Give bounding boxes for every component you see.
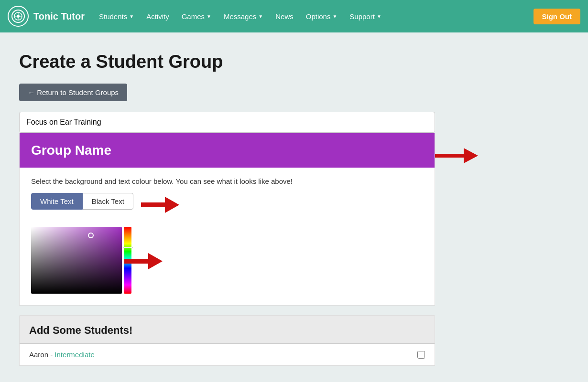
chevron-down-icon: ▼ [207,14,211,19]
navbar: Tonic Tutor Students ▼ Activity Games ▼ … [0,0,588,32]
nav-item-options[interactable]: Options ▼ [300,9,343,24]
sign-out-button[interactable]: Sign Out [534,9,581,24]
logo-text: Tonic Tutor [33,11,85,22]
color-gradient-panel[interactable] [31,227,122,294]
color-instruction: Select the background and text colour be… [31,177,423,185]
main-content: Create a Student Group ← Return to Stude… [0,32,459,382]
black-text-arrow [141,197,179,215]
black-text-button[interactable]: Black Text [83,193,133,210]
svg-marker-7 [435,148,478,163]
preview-group-name: Group Name [31,143,111,158]
preview-body: Select the background and text colour be… [20,168,435,305]
nav-item-news[interactable]: News [270,9,299,24]
svg-marker-6 [124,253,163,269]
nav-item-games[interactable]: Games ▼ [176,9,217,24]
text-color-buttons: White Text Black Text [31,193,133,210]
student-checkbox[interactable] [417,351,425,359]
chevron-down-icon: ▼ [332,14,337,19]
svg-marker-5 [141,197,179,213]
preview-header-arrow [435,147,478,166]
preview-card: Group Name Select the background and tex… [19,133,435,306]
logo-icon [8,6,29,27]
table-row: Aaron - Intermediate [20,344,435,366]
add-students-section: Add Some Students! Aaron - Intermediate [19,315,435,366]
page-title: Create a Student Group [19,52,440,72]
hue-indicator [123,247,132,248]
chevron-down-icon: ▼ [129,14,134,19]
nav-item-students[interactable]: Students ▼ [93,9,140,24]
nav-items: Students ▼ Activity Games ▼ Messages ▼ N… [93,9,533,24]
nav-item-activity[interactable]: Activity [141,9,175,24]
color-picker-arrow [124,253,163,271]
chevron-down-icon: ▼ [377,14,381,19]
student-level[interactable]: Intermediate [54,350,94,359]
nav-logo[interactable]: Tonic Tutor [8,6,85,27]
student-name: Aaron - Intermediate [29,350,95,359]
add-students-header: Add Some Students! [20,316,435,344]
nav-item-messages[interactable]: Messages ▼ [218,9,269,24]
chevron-down-icon: ▼ [258,14,263,19]
color-picker [31,227,423,294]
white-text-button[interactable]: White Text [31,193,83,210]
nav-item-support[interactable]: Support ▼ [344,9,387,24]
preview-header: Group Name [20,133,435,168]
group-name-input[interactable] [19,112,435,133]
back-button[interactable]: ← Return to Student Groups [19,84,127,101]
